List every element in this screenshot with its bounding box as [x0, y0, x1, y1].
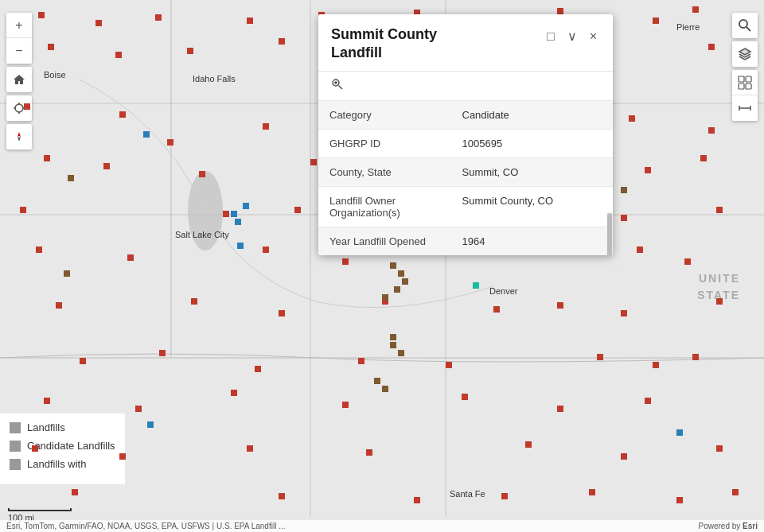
map-dot [462, 394, 468, 400]
map-dot [279, 38, 285, 45]
map-dot [525, 441, 532, 448]
svg-point-7 [15, 104, 23, 112]
search-button[interactable] [732, 13, 758, 38]
map-dot [390, 334, 396, 340]
map-dot [398, 270, 404, 277]
map-dot [645, 398, 651, 404]
popup-field-label: GHGRP ID [318, 129, 451, 157]
popup-field-value: Summit County, CO [451, 186, 614, 227]
city-label-boise: Boise [44, 70, 66, 80]
map-dot [366, 449, 372, 456]
popup-table-row: CategoryCandidate [318, 101, 613, 130]
map-dot [708, 44, 715, 50]
map-container[interactable]: Boise Idaho Falls Salt Lake City Denver … [0, 0, 764, 532]
map-dot [692, 354, 699, 360]
map-dot [692, 6, 699, 13]
map-dot [44, 398, 50, 404]
measure-button[interactable] [732, 95, 758, 121]
svg-rect-18 [746, 76, 751, 82]
map-dot [32, 445, 38, 452]
attribution-bar: Esri, TomTom, Garmin/FAO, NOAA, USGS, EP… [0, 520, 764, 532]
map-dot [243, 203, 249, 209]
popup-chevron-button[interactable]: ∨ [564, 27, 580, 45]
city-label-santafe: Santa Fe [450, 489, 485, 499]
popup-scrollbar-thumb[interactable] [607, 213, 612, 255]
map-dot [147, 421, 154, 428]
zoom-in-button[interactable]: + [6, 13, 32, 38]
popup-table-row: GHGRP ID1005695 [318, 129, 613, 157]
map-dot [621, 215, 627, 221]
popup-zoom-row [318, 72, 613, 101]
svg-marker-12 [18, 132, 21, 137]
popup: Summit CountyLandfill □ ∨ × CategoryCand… [318, 14, 613, 255]
map-dot [223, 211, 229, 217]
svg-rect-17 [739, 76, 744, 82]
map-dot [127, 254, 134, 261]
map-dot [716, 207, 723, 213]
map-dot [48, 44, 54, 50]
scale-line [8, 508, 72, 511]
legend-item-candidate: Candidate Landfills [10, 440, 115, 452]
popup-table-row: County, StateSummit, CO [318, 157, 613, 186]
svg-rect-20 [746, 83, 751, 89]
map-dot [155, 14, 162, 21]
map-dot [637, 247, 643, 253]
legend-item-with: Landfills with [10, 458, 115, 470]
map-dot [358, 358, 364, 364]
map-dot [187, 48, 193, 54]
map-dot [700, 155, 707, 161]
popup-field-label: County, State [318, 157, 451, 186]
map-dot [237, 243, 244, 249]
legend-swatch-landfills [10, 422, 21, 433]
svg-line-15 [746, 27, 750, 31]
map-dot [374, 378, 380, 384]
map-dot [645, 167, 651, 173]
svg-line-25 [339, 85, 343, 89]
svg-point-14 [739, 20, 747, 28]
map-dot [716, 298, 723, 305]
city-label-slc: Salt Lake City [175, 230, 229, 239]
map-dot [68, 175, 74, 181]
map-dot [557, 406, 563, 412]
popup-field-label: Year Landfill Opened [318, 227, 451, 255]
map-dot [398, 350, 404, 356]
map-dot [653, 17, 659, 24]
map-dot [653, 362, 659, 368]
zoom-out-button[interactable]: − [6, 38, 32, 64]
map-dot [96, 20, 102, 26]
compass-button[interactable] [6, 124, 32, 150]
basemap-toggle-button[interactable] [732, 70, 758, 95]
map-dot [38, 12, 45, 18]
popup-expand-button[interactable]: □ [544, 28, 558, 45]
map-dot [716, 445, 723, 452]
map-dot [621, 453, 627, 460]
map-dot [115, 52, 122, 58]
map-dot [247, 17, 253, 24]
legend-item-landfills: Landfills [10, 421, 115, 433]
map-dot [473, 282, 479, 289]
popup-field-value: 1005695 [451, 129, 614, 157]
popup-field-label: Category [318, 101, 451, 130]
layers-button[interactable] [732, 41, 758, 67]
map-dot [629, 115, 635, 122]
map-dot [72, 489, 78, 495]
svg-marker-13 [18, 137, 21, 142]
legend: Landfills Candidate Landfills Landfills … [0, 414, 125, 484]
popup-close-button[interactable]: × [587, 28, 600, 45]
map-dot [446, 362, 452, 368]
map-dot [390, 342, 396, 348]
map-dot [191, 298, 197, 305]
popup-zoom-icon[interactable] [331, 78, 344, 94]
popup-table-row: Landfill OwnerOrganization(s)Summit Coun… [318, 186, 613, 227]
map-dot [402, 278, 408, 285]
map-dot [390, 262, 396, 269]
map-dot [119, 453, 126, 460]
popup-scrollbar[interactable] [606, 212, 613, 255]
home-button[interactable] [6, 67, 32, 92]
map-dot [44, 155, 50, 161]
popup-field-value: Summit, CO [451, 157, 614, 186]
svg-rect-19 [739, 83, 744, 89]
map-dot [342, 258, 349, 265]
left-toolbar: + − [6, 13, 32, 150]
attribution-text: Esri, TomTom, Garmin/FAO, NOAA, USGS, EP… [6, 522, 285, 530]
